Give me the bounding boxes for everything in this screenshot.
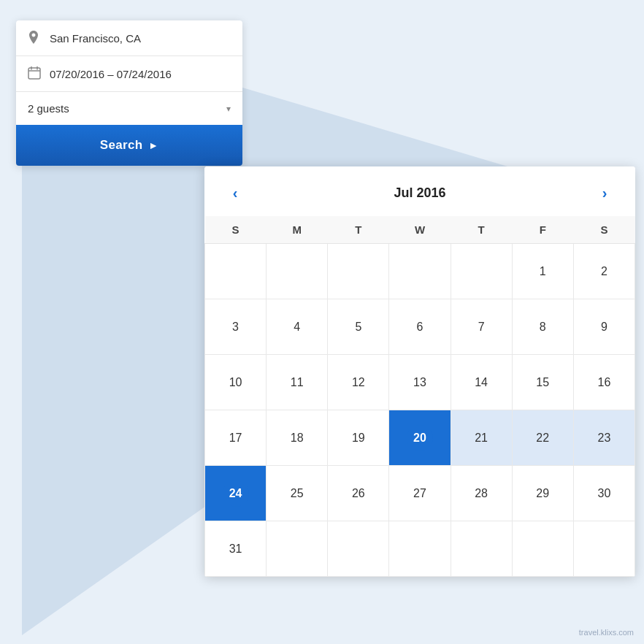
calendar-grid: SMTWTFS 12345678910111213141516171819202… bbox=[204, 216, 635, 577]
day-number: 14 bbox=[468, 369, 494, 396]
calendar-day[interactable]: 17 bbox=[205, 410, 267, 466]
calendar-day[interactable]: 25 bbox=[267, 466, 328, 521]
day-number: 20 bbox=[407, 425, 433, 451]
calendar-week-row: 3456789 bbox=[205, 299, 635, 355]
search-button[interactable]: Search ► bbox=[16, 125, 242, 166]
calendar-day[interactable]: 19 bbox=[328, 410, 389, 466]
calendar-day[interactable]: 26 bbox=[328, 466, 389, 521]
calendar-day[interactable]: 23 bbox=[573, 410, 635, 466]
calendar-day bbox=[451, 244, 512, 299]
search-button-label: Search bbox=[100, 138, 143, 153]
calendar-day[interactable]: 31 bbox=[205, 521, 267, 577]
day-number: 17 bbox=[223, 425, 249, 451]
day-number: 11 bbox=[284, 369, 310, 396]
day-number: 4 bbox=[284, 314, 310, 340]
calendar-day bbox=[512, 521, 573, 577]
calendar-day[interactable]: 9 bbox=[573, 299, 635, 355]
calendar-day[interactable]: 3 bbox=[205, 299, 267, 355]
calendar-day[interactable]: 8 bbox=[512, 299, 573, 355]
day-number: 21 bbox=[468, 425, 494, 451]
day-number: 29 bbox=[529, 480, 556, 507]
calendar-week-row: 31 bbox=[205, 521, 635, 577]
calendar-body: 1234567891011121314151617181920212223242… bbox=[205, 244, 635, 577]
location-field[interactable]: San Francisco, CA bbox=[16, 20, 242, 56]
day-header: T bbox=[328, 216, 389, 244]
svg-rect-1 bbox=[28, 68, 40, 79]
guests-field[interactable]: 2 guests ▾ bbox=[16, 92, 242, 125]
day-number: 1 bbox=[529, 258, 556, 285]
calendar-day bbox=[389, 521, 451, 577]
calendar-day[interactable]: 5 bbox=[328, 299, 389, 355]
date-value: 07/20/2016 – 07/24/2016 bbox=[50, 68, 172, 80]
calendar-day bbox=[451, 521, 512, 577]
day-number: 28 bbox=[468, 480, 494, 507]
calendar-day[interactable]: 30 bbox=[573, 466, 635, 521]
calendar-day bbox=[267, 244, 328, 299]
search-button-arrow-icon: ► bbox=[148, 139, 158, 151]
calendar-day bbox=[328, 244, 389, 299]
day-number: 25 bbox=[284, 480, 310, 507]
calendar-day[interactable]: 2 bbox=[573, 244, 635, 299]
calendar-prev-button[interactable]: ‹ bbox=[222, 180, 248, 206]
calendar-day[interactable]: 15 bbox=[512, 355, 573, 410]
calendar-week-row: 10111213141516 bbox=[205, 355, 635, 410]
day-number: 22 bbox=[529, 425, 556, 451]
calendar-day[interactable]: 4 bbox=[267, 299, 328, 355]
day-number: 3 bbox=[223, 314, 249, 340]
chevron-right-icon: › bbox=[602, 185, 607, 202]
day-number: 8 bbox=[529, 314, 556, 340]
day-number: 10 bbox=[223, 369, 249, 396]
day-number: 2 bbox=[591, 258, 617, 285]
day-number: 26 bbox=[345, 480, 372, 507]
calendar-day[interactable]: 21 bbox=[451, 410, 512, 466]
watermark: travel.klixs.com bbox=[579, 628, 634, 637]
location-pin-icon bbox=[28, 31, 42, 45]
calendar-day bbox=[267, 521, 328, 577]
date-field[interactable]: 07/20/2016 – 07/24/2016 bbox=[16, 56, 242, 92]
calendar-day bbox=[389, 244, 451, 299]
day-number: 16 bbox=[591, 369, 617, 396]
calendar-day[interactable]: 24 bbox=[205, 466, 267, 521]
calendar-day[interactable]: 12 bbox=[328, 355, 389, 410]
day-number: 6 bbox=[407, 314, 433, 340]
calendar-day[interactable]: 29 bbox=[512, 466, 573, 521]
calendar-day bbox=[205, 244, 267, 299]
day-number: 24 bbox=[223, 480, 249, 507]
day-number: 5 bbox=[345, 314, 372, 340]
day-number: 23 bbox=[591, 425, 617, 451]
calendar-week-row: 24252627282930 bbox=[205, 466, 635, 521]
calendar-day bbox=[328, 521, 389, 577]
calendar-day[interactable]: 20 bbox=[389, 410, 451, 466]
chevron-left-icon: ‹ bbox=[233, 185, 238, 202]
calendar-day[interactable]: 7 bbox=[451, 299, 512, 355]
calendar-day bbox=[573, 521, 635, 577]
day-number: 7 bbox=[468, 314, 494, 340]
calendar-day[interactable]: 11 bbox=[267, 355, 328, 410]
calendar-icon bbox=[28, 66, 42, 81]
calendar-day[interactable]: 27 bbox=[389, 466, 451, 521]
calendar-header: ‹ Jul 2016 › bbox=[204, 166, 635, 216]
calendar-day[interactable]: 14 bbox=[451, 355, 512, 410]
calendar-day-headers: SMTWTFS bbox=[205, 216, 635, 244]
calendar-day[interactable]: 1 bbox=[512, 244, 573, 299]
calendar-day[interactable]: 18 bbox=[267, 410, 328, 466]
calendar-day[interactable]: 13 bbox=[389, 355, 451, 410]
day-header: M bbox=[267, 216, 328, 244]
day-header: W bbox=[389, 216, 451, 244]
calendar-day[interactable]: 10 bbox=[205, 355, 267, 410]
calendar-week-row: 17181920212223 bbox=[205, 410, 635, 466]
calendar-day[interactable]: 28 bbox=[451, 466, 512, 521]
day-number: 12 bbox=[345, 369, 372, 396]
day-number: 19 bbox=[345, 425, 372, 451]
calendar-day[interactable]: 22 bbox=[512, 410, 573, 466]
day-number: 9 bbox=[591, 314, 617, 340]
calendar-day[interactable]: 6 bbox=[389, 299, 451, 355]
calendar-day[interactable]: 16 bbox=[573, 355, 635, 410]
day-number: 30 bbox=[591, 480, 617, 507]
day-number: 18 bbox=[284, 425, 310, 451]
calendar-panel: ‹ Jul 2016 › SMTWTFS 1234567891011121314… bbox=[204, 166, 635, 577]
guests-value: 2 guests bbox=[28, 102, 69, 115]
day-header: F bbox=[512, 216, 573, 244]
calendar-next-button[interactable]: › bbox=[591, 180, 618, 206]
day-number: 15 bbox=[529, 369, 556, 396]
